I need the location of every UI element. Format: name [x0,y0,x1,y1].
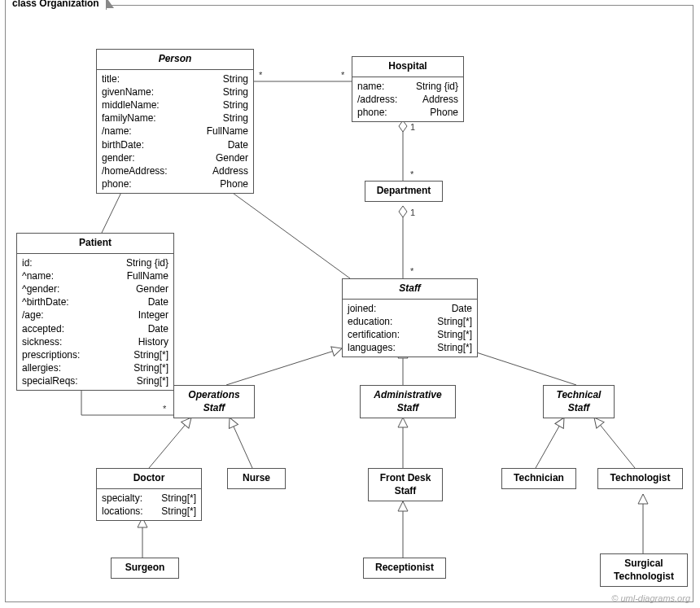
class-technician-title: Technician [502,469,575,488]
class-receptionist: Receptionist [363,558,446,579]
class-surg-tech-title: Surgical Technologist [601,554,687,586]
mult-person-hospital-left: * [259,70,262,80]
class-hospital: Hospital name:String {id} /address:Addre… [352,56,464,122]
class-hospital-attrs: name:String {id} /address:Address phone:… [352,77,463,122]
class-staff-attrs: joined:Date education:String[*] certific… [343,300,477,357]
class-patient: Patient id:String {id} ^name:FullName ^g… [16,233,174,391]
mult-hospital-dept-bottom: * [410,169,413,179]
class-tech-staff: Technical Staff [543,385,615,418]
frame-label: class Organization [5,0,107,10]
class-tech-staff-title: Technical Staff [544,386,614,418]
class-admin-staff: Administrative Staff [360,385,456,418]
class-person-title: Person [97,50,253,70]
frame-label-text: class Organization [12,0,99,9]
mult-hospital-dept-top: 1 [410,122,415,132]
class-surgeon: Surgeon [111,558,179,579]
class-frontdesk: Front Desk Staff [368,468,443,501]
class-person: Person title:String givenName:String mid… [96,49,254,194]
copyright-text: © uml-diagrams.org [611,593,690,603]
class-ops-staff-title: Operations Staff [174,386,254,418]
class-doctor-title: Doctor [97,469,201,489]
class-technologist-title: Technologist [598,469,682,488]
class-patient-title: Patient [17,234,173,254]
class-ops-staff: Operations Staff [173,385,255,418]
class-surg-tech: Surgical Technologist [600,553,688,587]
class-surgeon-title: Surgeon [112,558,178,578]
class-nurse-title: Nurse [228,469,285,488]
mult-dept-staff-top: 1 [410,208,415,217]
class-doctor: Doctor specialty:String[*] locations:Str… [96,468,202,521]
class-person-attrs: title:String givenName:String middleName… [97,70,253,194]
class-nurse: Nurse [227,468,286,489]
class-technician: Technician [501,468,576,489]
uml-canvas: class Organization [0,0,700,608]
mult-person-hospital-right: * [341,70,344,80]
class-patient-attrs: id:String {id} ^name:FullName ^gender:Ge… [17,254,173,391]
class-hospital-title: Hospital [352,57,463,77]
class-doctor-attrs: specialty:String[*] locations:String[*] [97,489,201,520]
class-technologist: Technologist [597,468,683,489]
class-receptionist-title: Receptionist [364,558,445,578]
mult-dept-staff-bottom: * [410,266,413,276]
mult-patient-ops-right: * [163,404,166,413]
class-department: Department [365,181,443,202]
class-staff-title: Staff [343,279,477,300]
class-department-title: Department [365,182,442,201]
class-frontdesk-title: Front Desk Staff [369,469,442,501]
class-staff: Staff joined:Date education:String[*] ce… [342,278,478,357]
class-admin-staff-title: Administrative Staff [361,386,455,418]
